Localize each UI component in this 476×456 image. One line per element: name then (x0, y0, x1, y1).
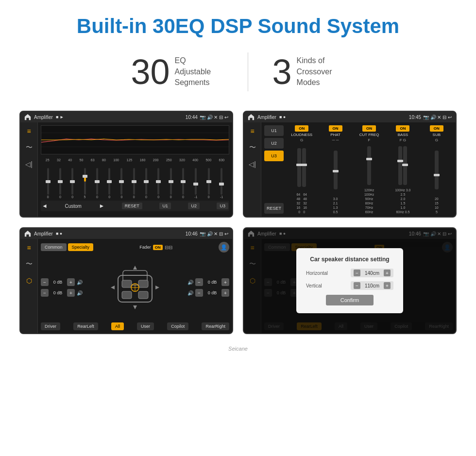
preset-u3[interactable]: U3 (264, 151, 284, 161)
svg-rect-8 (122, 291, 132, 299)
ch-slider-loudness-2[interactable] (302, 148, 306, 187)
screen-content-2: ≡ 〜 ◁| U1 U2 U3 RESET ON LOUDNESS (244, 122, 456, 217)
fader-label: Fader (139, 245, 151, 250)
specialty-btn[interactable]: Specialty (68, 243, 94, 251)
eq-slider-0[interactable]: 0 (47, 168, 49, 199)
preset-u1[interactable]: U1 (264, 125, 284, 136)
eq-nav-icon-3[interactable]: ≡ (24, 243, 34, 253)
u3-btn[interactable]: U3 (217, 203, 228, 209)
status-icons-2: 📷 🔊 ✕ ⊟ ↩ (423, 115, 452, 120)
right-volume-controls: 🔊 − 0 dB + 🔊 − 0 dB + (187, 278, 229, 297)
ch-on-loudness[interactable]: ON (295, 125, 308, 132)
eq-slider-14[interactable]: -1 (220, 168, 223, 199)
ch-slider-bass-g[interactable] (403, 146, 407, 185)
ch-on-phat[interactable]: ON (329, 125, 342, 132)
ch-slider-cutfreq[interactable] (367, 146, 371, 185)
speaker-top-controls: Common Specialty Fader ON ⊟⊟ 👤 (41, 242, 229, 253)
wave-nav-icon[interactable]: 〜 (24, 143, 34, 152)
status-bar-1: Amplifier ■ ► 10:44 📷 🔊 ✕ ⊟ ↩ (20, 112, 232, 122)
rearright-btn[interactable]: RearRight (202, 322, 229, 330)
fader-on-badge[interactable]: ON (153, 245, 163, 250)
confirm-button[interactable]: Confirm (326, 295, 374, 305)
user-icon-3[interactable]: 👤 (219, 242, 229, 253)
eq-graph (41, 125, 229, 154)
eq-slider-3[interactable]: 5 (84, 168, 86, 199)
speaker-nav-icon-2[interactable]: ◁| (248, 159, 257, 169)
bluetooth-nav-icon[interactable]: ⬡ (24, 276, 34, 286)
ch-on-cutfreq[interactable]: ON (362, 125, 376, 132)
ch-slider-sub[interactable] (435, 151, 439, 189)
ch-sub: ON SUB G 20 15 10 5 (421, 125, 453, 214)
vol-fr-plus[interactable]: + (221, 278, 229, 286)
vertical-input-group: − 110cm + (351, 281, 393, 290)
vol-row-rr: 🔊 − 0 dB + (187, 289, 229, 297)
eq-nav-icon[interactable]: ≡ (24, 126, 34, 136)
speaker-icon-rl: 🔊 (77, 290, 83, 296)
rearleft-btn[interactable]: RearLeft (73, 322, 98, 330)
user-btn[interactable]: User (137, 322, 154, 330)
driver-btn[interactable]: Driver (41, 322, 60, 330)
ch-loudness: ON LOUDNESS G 6464 4848 (286, 125, 318, 214)
vertical-plus[interactable]: + (384, 282, 391, 289)
vol-rl-minus[interactable]: − (41, 289, 49, 297)
vol-fr-minus[interactable]: − (195, 278, 203, 286)
vol-fl-plus[interactable]: + (67, 278, 75, 286)
prev-icon[interactable]: ◄ (42, 203, 48, 209)
custom-label: Custom (65, 203, 81, 209)
vol-row-fr: 🔊 − 0 dB + (187, 278, 229, 286)
status-bar-2: Amplifier ■ ● 10:45 📷 🔊 ✕ ⊟ ↩ (244, 112, 456, 122)
eq-slider-9[interactable]: 0 (157, 168, 159, 199)
ch-slider-phat[interactable] (334, 151, 338, 189)
vertical-minus[interactable]: − (354, 282, 360, 289)
vol-rr-plus[interactable]: + (221, 289, 229, 297)
eq-slider-8[interactable]: 0 (145, 168, 147, 199)
side-nav-1: ≡ 〜 ◁| (20, 122, 38, 217)
eq-nav-icon-2[interactable]: ≡ (248, 126, 257, 136)
common-btn[interactable]: Common (41, 243, 67, 251)
horizontal-plus[interactable]: + (384, 270, 391, 276)
car-diagram-container (85, 263, 185, 312)
eq-slider-1[interactable]: 0 (59, 168, 61, 199)
copilot-btn[interactable]: Copilot (167, 322, 188, 330)
u2-btn[interactable]: U2 (188, 203, 200, 209)
u1-btn[interactable]: U1 (159, 203, 171, 209)
dialog-overlay: Car speaker distance setting Horizontal … (244, 228, 456, 333)
ch-slider-bass-f[interactable] (398, 146, 402, 185)
wave-nav-icon-3[interactable]: 〜 (24, 259, 34, 269)
vol-rl-plus[interactable]: + (67, 289, 75, 297)
eq-slider-5[interactable]: 0 (108, 168, 110, 199)
ch-on-bass[interactable]: ON (396, 125, 409, 132)
reset-btn-2[interactable]: RESET (264, 203, 284, 214)
speaker-icon-rr: 🔊 (187, 290, 193, 296)
dialog-horizontal-row: Horizontal − 140cm + (306, 269, 393, 277)
status-bar-right-1: 10:44 📷 🔊 ✕ ⊟ ↩ (186, 115, 228, 120)
vol-rr-minus[interactable]: − (195, 289, 203, 297)
eq-slider-12[interactable]: -1 (194, 168, 197, 199)
vol-fr-value: 0 dB (205, 280, 220, 285)
eq-slider-2[interactable]: 0 (71, 168, 73, 199)
home-icon-2 (248, 114, 255, 120)
speaker-nav-icon[interactable]: ◁| (24, 159, 34, 169)
status-bar-right-2: 10:45 📷 🔊 ✕ ⊟ ↩ (409, 115, 452, 120)
eq-slider-6[interactable]: 0 (120, 168, 122, 199)
all-btn[interactable]: All (111, 322, 124, 330)
svg-marker-15 (111, 286, 115, 289)
ch-cutfreq: ON CUT FREQ F 120Hz 100Hz 90Hz 80Hz 70Hz (353, 125, 385, 214)
eq-slider-4[interactable]: 0 (96, 168, 98, 199)
preset-u2[interactable]: U2 (264, 138, 284, 149)
vol-fl-minus[interactable]: − (41, 278, 49, 286)
reset-btn[interactable]: RESET (122, 203, 142, 209)
horizontal-minus[interactable]: − (354, 270, 360, 276)
ch-slider-loudness[interactable] (297, 148, 301, 187)
eq-slider-7[interactable]: 0 (133, 168, 135, 199)
fader-controls[interactable]: ⊟⊟ (165, 245, 172, 250)
wave-nav-icon-2[interactable]: 〜 (248, 143, 257, 152)
svg-marker-14 (133, 305, 137, 309)
ch-on-sub[interactable]: ON (430, 125, 443, 132)
vol-rl-value: 0 dB (51, 290, 65, 295)
speaker-icon-fr: 🔊 (187, 280, 193, 285)
eq-slider-10[interactable]: 0 (170, 168, 172, 199)
next-icon[interactable]: ► (99, 203, 104, 209)
eq-slider-13[interactable]: 0 (208, 168, 210, 199)
eq-slider-11[interactable]: 0 (182, 168, 184, 199)
